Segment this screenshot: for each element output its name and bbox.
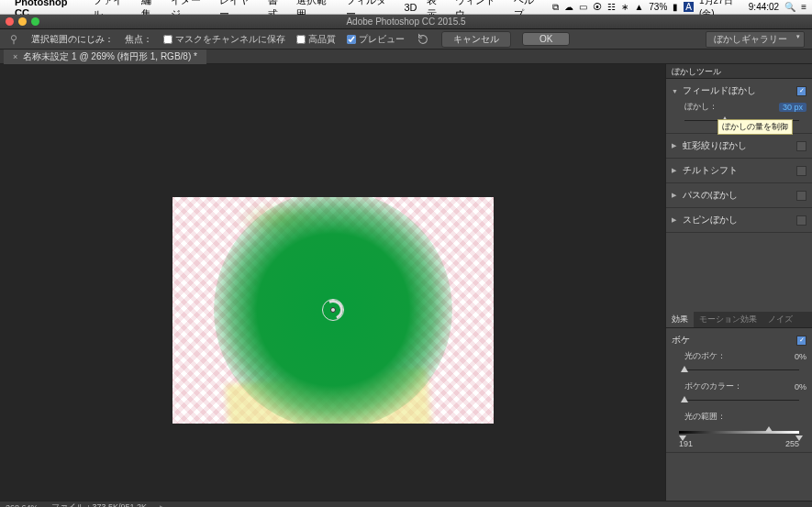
- bleed-label: 選択範囲のにじみ：: [31, 33, 114, 46]
- zoom-window-button[interactable]: [31, 17, 39, 26]
- bokeh-color-slider[interactable]: [684, 396, 799, 405]
- focus-label: 焦点：: [125, 33, 152, 46]
- document-canvas[interactable]: [172, 197, 494, 424]
- bokeh-label: ボケ: [672, 334, 793, 347]
- cancel-button[interactable]: キャンセル: [441, 31, 511, 48]
- iris-blur-toggle[interactable]: ✓: [796, 141, 806, 151]
- canvas-area[interactable]: [0, 64, 665, 501]
- disclosure-right-icon[interactable]: ▶: [672, 167, 679, 174]
- disclosure-down-icon[interactable]: ▼: [672, 88, 679, 94]
- field-blur-row[interactable]: ▼ フィールドぼかし ✓: [672, 83, 806, 99]
- light-range-slider[interactable]: [679, 426, 799, 437]
- spin-blur-toggle[interactable]: ✓: [796, 215, 806, 226]
- blur-gallery-sidebar: ぼかしツール ▼ フィールドぼかし ✓ ぼかし： 30 px ぼかしの量を制御 …: [665, 64, 812, 501]
- blur-tooltip: ぼかしの量を制御: [717, 119, 793, 135]
- disclosure-right-icon[interactable]: ▶: [672, 142, 679, 149]
- ok-button[interactable]: OK: [522, 32, 570, 46]
- bokeh-color-label: ボケのカラー：: [684, 380, 795, 392]
- iris-blur-row[interactable]: ▶ 虹彩絞りぼかし ✓: [672, 138, 806, 154]
- document-tab-bar: × 名称未設定 1 @ 269% (楕円形 1, RGB/8) *: [0, 50, 812, 64]
- tab-noise[interactable]: ノイズ: [762, 312, 798, 327]
- battery-icon[interactable]: ▮: [673, 2, 678, 12]
- path-blur-row[interactable]: ▶ パスのぼかし ✓: [672, 187, 806, 204]
- svg-point-0: [11, 35, 16, 39]
- wifi-icon[interactable]: ⦿: [593, 2, 602, 12]
- display-icon[interactable]: ▭: [579, 2, 587, 12]
- dropbox-icon[interactable]: ⧉: [552, 2, 559, 13]
- light-bokeh-slider[interactable]: [684, 366, 799, 375]
- light-bokeh-label: 光のボケ：: [684, 350, 795, 362]
- tab-motion-effects[interactable]: モーション効果: [694, 312, 762, 327]
- disclosure-right-icon[interactable]: ▶: [672, 192, 679, 199]
- menubar-time[interactable]: 9:44:02: [749, 2, 779, 12]
- blur-amount-label: ぼかし：: [684, 101, 779, 113]
- spin-blur-row[interactable]: ▶ スピンぼかし ✓: [672, 212, 806, 228]
- options-bar: 選択範囲のにじみ： 焦点： マスクをチャンネルに保存 高品質 プレビュー キャン…: [0, 29, 812, 50]
- document-tab[interactable]: × 名称未設定 1 @ 269% (楕円形 1, RGB/8) *: [4, 50, 206, 64]
- menu-3d[interactable]: 3D: [405, 2, 417, 13]
- tilt-shift-toggle[interactable]: ✓: [796, 166, 806, 176]
- window-titlebar: Adobe Photoshop CC 2015.5: [0, 15, 812, 29]
- cloud-icon[interactable]: ☁: [564, 2, 573, 12]
- tilt-shift-row[interactable]: ▶ チルトシフト ✓: [672, 162, 806, 179]
- bokeh-color-value[interactable]: 0%: [795, 382, 806, 391]
- status-bar: 268.64% ファイル：373.5K/951.2K ▶: [0, 501, 812, 507]
- bokeh-toggle[interactable]: ✓: [796, 336, 806, 346]
- close-window-button[interactable]: [6, 17, 14, 26]
- spotlight-icon[interactable]: 🔍: [784, 2, 795, 12]
- path-blur-toggle[interactable]: ✓: [796, 191, 806, 201]
- airplay-icon[interactable]: ▲: [634, 2, 643, 12]
- preview-checkbox[interactable]: プレビュー: [347, 33, 405, 46]
- effects-tabs: 効果 モーション効果 ノイズ: [666, 312, 812, 328]
- document-tab-label: 名称未設定 1 @ 269% (楕円形 1, RGB/8) *: [23, 50, 197, 63]
- zoom-level[interactable]: 268.64%: [6, 503, 39, 508]
- minimize-window-button[interactable]: [18, 17, 27, 26]
- disclosure-right-icon[interactable]: ▶: [672, 216, 679, 224]
- light-range-label: 光の範囲：: [684, 411, 806, 423]
- blur-pin[interactable]: [322, 299, 344, 321]
- mask-channel-checkbox[interactable]: マスクをチャンネルに保存: [163, 33, 285, 46]
- reset-icon[interactable]: [416, 33, 430, 46]
- input-source-icon[interactable]: A: [684, 2, 694, 12]
- close-tab-icon[interactable]: ×: [13, 52, 17, 61]
- tab-effects[interactable]: 効果: [666, 312, 694, 327]
- high-quality-checkbox[interactable]: 高品質: [296, 33, 336, 46]
- gallery-dropdown[interactable]: ぼかしギャラリー: [706, 31, 805, 48]
- mac-menu-bar: Photoshop CC ファイル 編集 イメージ レイヤー 書式 選択範囲 フ…: [0, 0, 812, 15]
- notification-icon[interactable]: ≡: [801, 2, 806, 12]
- volume-icon[interactable]: ☷: [607, 2, 616, 12]
- status-menu-icon[interactable]: ▶: [160, 503, 166, 508]
- light-bokeh-value[interactable]: 0%: [795, 352, 806, 361]
- battery-percent[interactable]: 73%: [649, 2, 667, 12]
- bluetooth-icon[interactable]: ∗: [621, 2, 628, 12]
- window-title: Adobe Photoshop CC 2015.5: [346, 17, 465, 27]
- blur-tools-header: ぼかしツール: [666, 64, 812, 79]
- blur-amount-value[interactable]: 30 px: [779, 103, 806, 112]
- field-blur-toggle[interactable]: ✓: [796, 86, 806, 96]
- file-info[interactable]: ファイル：373.5K/951.2K: [51, 501, 148, 507]
- traffic-lights: [6, 17, 39, 26]
- pin-tool-icon: [7, 33, 20, 46]
